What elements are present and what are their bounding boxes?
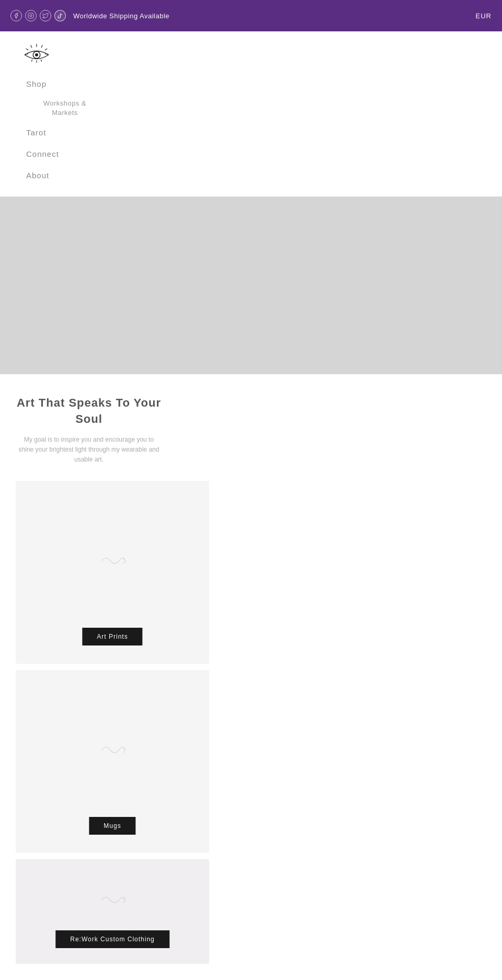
main-content: Art That Speaks To Your Soul My goal is … — [0, 374, 502, 980]
svg-line-17 — [123, 750, 126, 753]
nav-shop[interactable]: Shop — [26, 73, 481, 95]
svg-line-3 — [41, 45, 42, 48]
product-card-art-prints: Art Prints — [16, 481, 209, 664]
twitter-icon[interactable] — [40, 10, 51, 21]
rework-button[interactable]: Re:Work Custom Clothing — [55, 930, 169, 948]
svg-line-13 — [41, 60, 42, 62]
svg-point-10 — [35, 53, 38, 56]
product-grid: Art Prints Mugs — [16, 481, 486, 964]
top-banner: Worldwide Shipping Available EUR — [0, 0, 502, 31]
nav-workshops[interactable]: Workshops & Markets — [26, 95, 89, 122]
nav-tarot[interactable]: Tarot — [26, 122, 481, 143]
svg-rect-0 — [28, 13, 33, 18]
nav-menu: Shop Workshops & Markets Tarot Connect A… — [21, 73, 481, 186]
svg-line-4 — [45, 49, 48, 50]
tiktok-icon[interactable] — [54, 10, 66, 21]
rework-placeholder-icon — [99, 892, 126, 910]
instagram-icon[interactable] — [25, 10, 37, 21]
svg-point-1 — [30, 15, 32, 17]
art-prints-button[interactable]: Art Prints — [82, 628, 142, 645]
art-prints-placeholder-icon — [99, 553, 126, 571]
hero-image — [0, 197, 502, 374]
product-card-mugs: Mugs — [16, 670, 209, 853]
headline-subtitle: My goal is to inspire you and encourage … — [16, 435, 162, 465]
svg-line-15 — [123, 561, 126, 563]
product-card-rework: Re:Work Custom Clothing — [16, 859, 209, 964]
svg-line-6 — [26, 49, 29, 50]
shipping-text: Worldwide Shipping Available — [73, 12, 169, 20]
headline-section: Art That Speaks To Your Soul My goal is … — [16, 395, 162, 465]
nav-connect[interactable]: Connect — [26, 143, 481, 165]
logo-icon[interactable] — [21, 42, 52, 68]
banner-left: Worldwide Shipping Available — [10, 10, 169, 21]
currency-label[interactable]: EUR — [476, 12, 492, 20]
facebook-icon[interactable] — [10, 10, 22, 21]
mugs-button[interactable]: Mugs — [89, 817, 135, 835]
social-icons — [10, 10, 66, 21]
headline-title: Art That Speaks To Your Soul — [16, 395, 162, 428]
logo-area — [21, 42, 481, 68]
nav-container: Shop Workshops & Markets Tarot Connect A… — [0, 31, 502, 197]
mugs-placeholder-icon — [99, 742, 126, 760]
svg-line-5 — [31, 45, 32, 48]
svg-line-19 — [123, 900, 126, 903]
nav-about[interactable]: About — [26, 165, 481, 186]
svg-line-12 — [31, 60, 32, 62]
